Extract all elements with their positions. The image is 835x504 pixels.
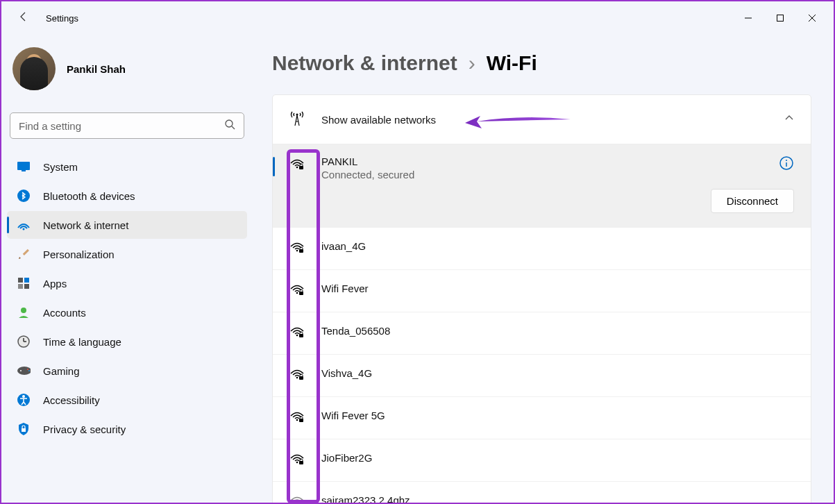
svg-point-24 (22, 395, 25, 398)
network-item-connected[interactable]: PANKIL Connected, secured Disconnect (273, 144, 811, 228)
svg-point-30 (786, 160, 787, 161)
maximize-button[interactable] (764, 7, 796, 29)
network-icon (17, 218, 31, 232)
close-button[interactable] (796, 7, 828, 29)
profile-name: Pankil Shah (67, 63, 126, 75)
nav-label: Gaming (43, 365, 80, 377)
system-icon (17, 160, 31, 174)
time-icon (17, 335, 31, 348)
minimize-button[interactable] (732, 7, 764, 29)
svg-point-34 (296, 292, 298, 294)
info-icon[interactable] (779, 156, 794, 174)
nav-label: Bluetooth & devices (43, 190, 135, 202)
nav-accounts[interactable]: Accounts (7, 299, 247, 326)
svg-point-20 (20, 370, 22, 371)
nav-privacy[interactable]: Privacy & security (7, 415, 247, 443)
svg-rect-1 (777, 15, 784, 22)
nav-gaming[interactable]: Gaming (7, 357, 247, 385)
svg-rect-14 (24, 284, 29, 289)
breadcrumb-current: Wi-Fi (487, 51, 537, 75)
network-name: Wifi Fever 5G (321, 410, 794, 421)
app-title: Settings (46, 13, 78, 24)
nav-label: Accessibility (43, 394, 100, 406)
svg-rect-13 (18, 284, 23, 289)
wifi-secured-icon (289, 283, 305, 299)
svg-rect-12 (24, 278, 29, 283)
svg-rect-6 (17, 162, 30, 170)
nav-system[interactable]: System (7, 153, 247, 180)
profile-section[interactable]: Pankil Shah (7, 42, 247, 107)
bluetooth-icon (17, 189, 31, 203)
wifi-secured-icon (289, 410, 305, 426)
apps-icon (17, 276, 31, 290)
network-name: sairam2323 2.4ghz (321, 494, 794, 503)
nav-label: Personalization (43, 249, 115, 260)
nav-label: Network & internet (43, 219, 128, 231)
svg-rect-28 (299, 166, 303, 169)
panel-title: Show available networks (321, 114, 436, 126)
nav-personalization[interactable]: Personalization (7, 240, 247, 268)
sidebar: Pankil Shah System Bluetooth & devices N… (1, 35, 253, 503)
nav-label: Apps (43, 278, 67, 289)
nav-list: System Bluetooth & devices Network & int… (7, 150, 247, 446)
svg-rect-35 (299, 292, 303, 295)
svg-rect-10 (23, 249, 29, 255)
network-name: PANKIL (321, 156, 794, 167)
svg-rect-41 (299, 419, 303, 422)
gaming-icon (17, 364, 31, 378)
panel-expand-toggle[interactable]: Show available networks (273, 95, 811, 144)
svg-point-36 (296, 335, 298, 337)
network-name: JioFiber2G (321, 452, 794, 464)
network-item[interactable]: sairam2323 2.4ghz (273, 482, 811, 503)
svg-point-27 (296, 167, 298, 169)
svg-rect-33 (299, 249, 303, 253)
network-name: ivaan_4G (321, 240, 794, 252)
svg-rect-37 (299, 334, 303, 337)
nav-label: Accounts (43, 307, 86, 319)
wifi-secured-icon (289, 452, 305, 469)
network-item[interactable]: Vishva_4G (273, 355, 811, 397)
nav-time[interactable]: Time & language (7, 328, 247, 355)
svg-point-21 (27, 369, 28, 370)
disconnect-button[interactable]: Disconnect (711, 189, 794, 213)
network-item[interactable]: ivaan_4G (273, 228, 811, 270)
svg-line-5 (232, 126, 235, 129)
breadcrumb-parent[interactable]: Network & internet (272, 51, 457, 75)
nav-apps[interactable]: Apps (7, 269, 247, 297)
antenna-icon (289, 109, 305, 130)
avatar (12, 47, 56, 90)
networks-panel: Show available networks PANKIL Connected… (272, 94, 811, 503)
chevron-up-icon (784, 113, 794, 126)
search-input[interactable] (19, 120, 224, 132)
svg-rect-25 (22, 428, 26, 432)
svg-point-4 (226, 120, 233, 127)
network-name: Tenda_056508 (321, 325, 794, 337)
nav-bluetooth[interactable]: Bluetooth & devices (7, 182, 247, 210)
back-button[interactable] (15, 8, 32, 28)
search-icon (224, 119, 235, 133)
personalization-icon (17, 247, 31, 261)
titlebar: Settings (1, 1, 834, 35)
svg-point-22 (28, 370, 30, 371)
svg-rect-39 (299, 376, 303, 380)
network-name: Vishva_4G (321, 367, 794, 379)
network-item[interactable]: Wifi Fever (273, 270, 811, 312)
svg-point-38 (296, 377, 298, 379)
svg-rect-7 (22, 170, 26, 171)
network-item[interactable]: Tenda_056508 (273, 312, 811, 355)
wifi-secured-icon (289, 240, 305, 257)
accessibility-icon (17, 393, 31, 407)
nav-network[interactable]: Network & internet (7, 211, 247, 239)
svg-point-15 (21, 308, 26, 313)
privacy-icon (17, 422, 31, 436)
network-item[interactable]: Wifi Fever 5G (273, 397, 811, 439)
nav-label: Time & language (43, 336, 121, 348)
network-status: Connected, secured (321, 169, 794, 180)
nav-accessibility[interactable]: Accessibility (7, 386, 247, 414)
search-box[interactable] (10, 112, 244, 139)
wifi-secured-icon (289, 325, 305, 342)
accounts-icon (17, 305, 31, 319)
svg-rect-11 (18, 278, 23, 283)
network-item[interactable]: JioFiber2G (273, 439, 811, 482)
content-area: Network & internet › Wi-Fi Show availabl… (253, 35, 834, 503)
